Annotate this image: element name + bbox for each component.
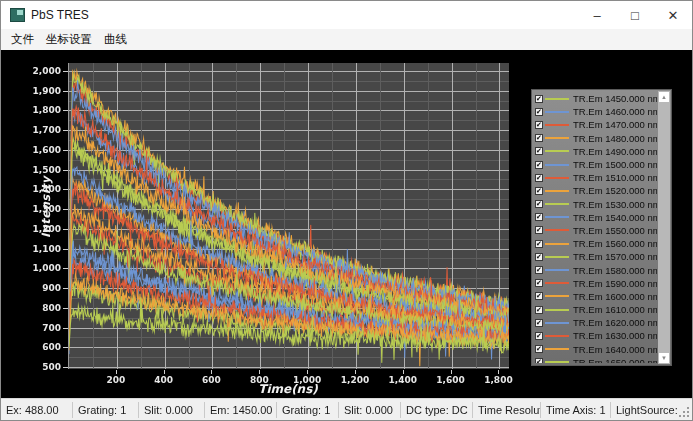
x-tick-mark — [211, 370, 212, 374]
status-excitation: Ex: 488.00 — [1, 402, 73, 418]
status-em-grating: Grating: 1 — [277, 402, 339, 418]
menu-bar: 文件 坐标设置 曲线 — [1, 29, 692, 50]
x-tick-mark — [164, 370, 165, 374]
legend-checkbox[interactable]: ✔ — [535, 345, 543, 353]
legend-color-line — [545, 190, 569, 192]
legend-label[interactable]: TR.Em 1520.000 nm — [573, 185, 657, 196]
legend-item: ✔TR.Em 1490.000 nm — [535, 145, 657, 158]
legend-checkbox[interactable]: ✔ — [535, 266, 543, 274]
y-tick-label: 900 — [27, 283, 61, 293]
legend-checkbox[interactable]: ✔ — [535, 121, 543, 129]
legend-item: ✔TR.Em 1500.000 nm — [535, 158, 657, 171]
status-ex-grating: Grating: 1 — [73, 402, 139, 418]
legend-item: ✔TR.Em 1540.000 nm — [535, 211, 657, 224]
legend-item: ✔TR.Em 1590.000 nm — [535, 277, 657, 290]
close-button[interactable]: ✕ — [654, 1, 692, 29]
legend-label[interactable]: TR.Em 1570.000 nm — [573, 251, 657, 262]
scroll-up-button[interactable]: ▲ — [659, 92, 669, 102]
legend-color-line — [545, 124, 569, 126]
y-tick-label: 1,100 — [27, 244, 61, 254]
legend-list: ✔TR.Em 1450.000 nm✔TR.Em 1460.000 nm✔TR.… — [535, 92, 657, 363]
app-window: PbS TRES – □ ✕ 文件 坐标设置 曲线 50060070080090… — [0, 0, 693, 421]
legend-checkbox[interactable]: ✔ — [535, 279, 543, 287]
legend-label[interactable]: TR.Em 1640.000 nm — [573, 344, 657, 355]
legend-label[interactable]: TR.Em 1490.000 nm — [573, 146, 657, 157]
legend-color-line — [545, 150, 569, 152]
legend-label[interactable]: TR.Em 1580.000 nm — [573, 265, 657, 276]
status-em-slit: Slit: 0.000 — [339, 402, 401, 418]
legend-label[interactable]: TR.Em 1540.000 nm — [573, 212, 657, 223]
legend-color-line — [545, 361, 569, 363]
legend-label[interactable]: TR.Em 1510.000 nm — [573, 172, 657, 183]
legend-label[interactable]: TR.Em 1470.000 nm — [573, 119, 657, 130]
x-tick-label: 600 — [202, 375, 221, 385]
x-tick-mark — [403, 370, 404, 374]
resize-grip[interactable] — [678, 406, 690, 418]
legend-label[interactable]: TR.Em 1630.000 nm — [573, 330, 657, 341]
maximize-button[interactable]: □ — [616, 1, 654, 29]
legend-label[interactable]: TR.Em 1590.000 nm — [573, 278, 657, 289]
legend-color-line — [545, 322, 569, 324]
legend-color-line — [545, 269, 569, 271]
x-tick-label: 1,200 — [341, 375, 369, 385]
legend-checkbox[interactable]: ✔ — [535, 253, 543, 261]
legend-item: ✔TR.Em 1650.000 nm — [535, 356, 657, 363]
legend-checkbox[interactable]: ✔ — [535, 226, 543, 234]
legend-checkbox[interactable]: ✔ — [535, 306, 543, 314]
legend-checkbox[interactable]: ✔ — [535, 213, 543, 221]
legend-item: ✔TR.Em 1610.000 nm — [535, 303, 657, 316]
legend-label[interactable]: TR.Em 1560.000 nm — [573, 238, 657, 249]
scroll-down-button[interactable]: ▼ — [659, 353, 669, 363]
legend-checkbox[interactable]: ✔ — [535, 161, 543, 169]
legend-checkbox[interactable]: ✔ — [535, 319, 543, 327]
legend-label[interactable]: TR.Em 1550.000 nm — [573, 225, 657, 236]
legend-label[interactable]: TR.Em 1460.000 nm — [573, 106, 657, 117]
legend-label[interactable]: TR.Em 1480.000 nm — [573, 133, 657, 144]
legend-label[interactable]: TR.Em 1450.000 nm — [573, 93, 657, 104]
legend-label[interactable]: TR.Em 1650.000 nm — [573, 357, 657, 363]
legend-checkbox[interactable]: ✔ — [535, 187, 543, 195]
legend-checkbox[interactable]: ✔ — [535, 358, 543, 363]
plot-area — [68, 63, 508, 369]
legend-label[interactable]: TR.Em 1610.000 nm — [573, 304, 657, 315]
legend-checkbox[interactable]: ✔ — [535, 200, 543, 208]
legend-label[interactable]: TR.Em 1600.000 nm — [573, 291, 657, 302]
status-mode: Time Resolut — [473, 402, 541, 418]
x-tick-label: 400 — [154, 375, 173, 385]
legend-scrollbar[interactable]: ▲ ▼ — [658, 91, 670, 364]
x-tick-mark — [116, 370, 117, 374]
legend-item: ✔TR.Em 1460.000 nm — [535, 105, 657, 118]
legend-checkbox[interactable]: ✔ — [535, 95, 543, 103]
legend-label[interactable]: TR.Em 1500.000 nm — [573, 159, 657, 170]
x-tick-mark — [259, 370, 260, 374]
menu-file[interactable]: 文件 — [5, 30, 40, 49]
legend-checkbox[interactable]: ✔ — [535, 332, 543, 340]
legend-color-line — [545, 282, 569, 284]
y-tick-label: 1,900 — [27, 86, 61, 96]
legend-checkbox[interactable]: ✔ — [535, 147, 543, 155]
legend-color-line — [545, 309, 569, 311]
menu-curve[interactable]: 曲线 — [98, 30, 133, 49]
status-emission: Em: 1450.00 — [205, 402, 277, 418]
legend-color-line — [545, 137, 569, 139]
legend-checkbox[interactable]: ✔ — [535, 240, 543, 248]
legend-color-line — [545, 203, 569, 205]
legend-color-line — [545, 348, 569, 350]
legend-label[interactable]: TR.Em 1620.000 nm — [573, 317, 657, 328]
x-tick-mark — [307, 370, 308, 374]
legend-checkbox[interactable]: ✔ — [535, 134, 543, 142]
minimize-button[interactable]: – — [578, 1, 616, 29]
legend-checkbox[interactable]: ✔ — [535, 292, 543, 300]
legend-item: ✔TR.Em 1470.000 nm — [535, 118, 657, 131]
menu-axis-settings[interactable]: 坐标设置 — [40, 30, 98, 49]
legend-label[interactable]: TR.Em 1530.000 nm — [573, 199, 657, 210]
title-bar: PbS TRES – □ ✕ — [1, 1, 692, 29]
legend-item: ✔TR.Em 1560.000 nm — [535, 237, 657, 250]
x-tick-label: 1,600 — [436, 375, 464, 385]
legend-item: ✔TR.Em 1580.000 nm — [535, 263, 657, 276]
y-tick-label: 1,500 — [27, 165, 61, 175]
window-title: PbS TRES — [31, 8, 89, 22]
legend-checkbox[interactable]: ✔ — [535, 174, 543, 182]
legend-color-line — [545, 98, 569, 100]
legend-checkbox[interactable]: ✔ — [535, 108, 543, 116]
